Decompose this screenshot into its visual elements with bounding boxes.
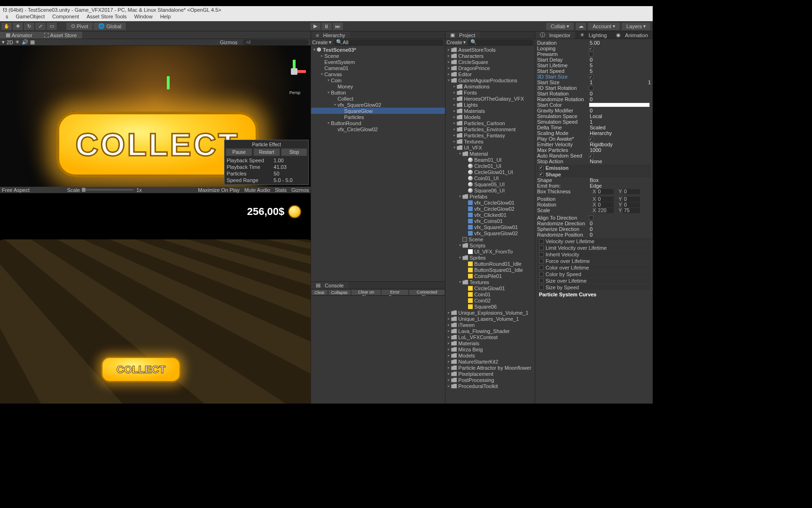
tab-asset-store[interactable]: ⛶ Asset Store [38, 32, 83, 39]
particle-stop-button[interactable]: Stop [281, 148, 308, 156]
property-value[interactable]: Scaled [589, 125, 651, 130]
project-item[interactable]: ▾Prefabs [445, 193, 535, 199]
module-header[interactable]: Inherit Velocity [537, 251, 651, 257]
project-item[interactable]: ▸Characters [445, 53, 535, 59]
hierarchy-item[interactable]: Collect [311, 95, 445, 102]
project-item[interactable]: ▸Unique_Lasers_Volume_1 [445, 316, 535, 322]
inspector-property[interactable]: Start Lifetime5 [537, 63, 651, 68]
hierarchy-search[interactable]: 🔍All [333, 40, 444, 45]
color-swatch[interactable] [589, 103, 650, 107]
light-icon[interactable]: ☀ [15, 39, 20, 45]
project-item[interactable]: Square05_UI [445, 181, 535, 187]
tab-hierarchy[interactable]: ≡ Hierarchy [311, 32, 350, 39]
inspector-property[interactable]: Max Particles1000 [537, 147, 651, 153]
property-value[interactable]: 5.00 [589, 40, 651, 46]
pivot-toggle[interactable]: ⊙Pivot [66, 22, 93, 31]
checkbox[interactable] [589, 86, 593, 90]
project-item[interactable]: Circle01_UI [445, 163, 535, 169]
project-item[interactable]: Square06_UI [445, 187, 535, 193]
project-item[interactable]: Scene [445, 236, 535, 242]
hierarchy-item[interactable]: ▾Canvas [311, 71, 445, 77]
inspector-property[interactable]: Randomize Rotation0 [537, 96, 651, 102]
expand-arrow-icon[interactable]: ▸ [452, 139, 457, 143]
expand-arrow-icon[interactable]: ▾ [458, 243, 462, 247]
expand-arrow-icon[interactable]: ▾ [312, 48, 317, 52]
project-item[interactable]: ▸NatureStarterKit2 [445, 358, 535, 365]
project-item[interactable]: Coin01_UI [445, 175, 535, 181]
inspector-property[interactable]: Simulation SpaceLocal [537, 113, 651, 119]
expand-arrow-icon[interactable]: ▾ [446, 78, 451, 82]
property-value[interactable]: 5 [589, 68, 651, 74]
project-item[interactable]: vfx_Coins01 [445, 218, 535, 224]
hierarchy-item[interactable]: ▸Scene [311, 53, 445, 59]
tab-animator[interactable]: ▦ Animator [0, 32, 38, 39]
expand-arrow-icon[interactable]: ▸ [446, 341, 451, 345]
inspector-property[interactable]: Spherize Direction0 [537, 226, 651, 232]
x-value[interactable]: 220 [597, 208, 614, 213]
module-header[interactable]: Velocity over Lifetime [537, 238, 651, 244]
expand-arrow-icon[interactable]: ▸ [452, 103, 457, 107]
expand-arrow-icon[interactable]: ▸ [446, 365, 451, 370]
property-value[interactable]: 0 [589, 226, 651, 232]
project-item[interactable]: Coin02 [445, 297, 535, 303]
inspector-property[interactable]: 3D Start Rotation [537, 85, 651, 91]
expand-arrow-icon[interactable]: ▸ [320, 54, 324, 58]
transform-y-axis[interactable] [167, 76, 170, 89]
project-item[interactable]: ▸Particle Attractor by Moonflower [445, 365, 535, 371]
particle-pause-button[interactable]: Pause [226, 148, 252, 156]
checkbox[interactable]: ✓ [589, 46, 593, 51]
expand-arrow-icon[interactable]: ▸ [452, 84, 457, 88]
project-item[interactable]: ▸Materials [445, 340, 535, 346]
tab-inspector[interactable]: ⓘ Inspector [535, 32, 575, 39]
inspector-property[interactable]: Scaling ModeHierarchy [537, 130, 651, 136]
expand-arrow-icon[interactable]: ▸ [452, 96, 457, 101]
particle-curves-header[interactable]: Particle System Curves [537, 290, 651, 299]
play-button[interactable]: ▶ [310, 22, 321, 31]
expand-arrow-icon[interactable]: ▸ [452, 127, 457, 131]
console-body[interactable] [311, 296, 445, 404]
property-value[interactable]: 0 [589, 221, 651, 226]
property-value[interactable]: 0 [589, 91, 651, 96]
hierarchy-item[interactable]: vfx_CircleGlow02 [311, 126, 445, 132]
game-view[interactable]: 256,00$ COLLECT [0, 193, 311, 404]
property-value[interactable]: Rigidbody [589, 142, 651, 147]
fx-icon[interactable]: ▦ [30, 39, 35, 45]
x-value[interactable]: 0 [597, 202, 614, 207]
expand-arrow-icon[interactable]: ▾ [452, 145, 457, 150]
inspector-property[interactable]: Box ThicknessX0Y0 [537, 189, 651, 194]
expand-arrow-icon[interactable]: ▸ [446, 48, 451, 52]
inspector-property[interactable]: Emit from:Edge [537, 183, 651, 189]
expand-arrow-icon[interactable]: ▾ [458, 151, 462, 156]
expand-arrow-icon[interactable]: ▾ [333, 103, 337, 107]
move-tool[interactable]: ✥ [12, 22, 23, 31]
x-value[interactable]: 0 [597, 197, 614, 202]
inspector-property[interactable]: Gravity Modifier0 [537, 108, 651, 113]
module-checkbox[interactable] [539, 272, 544, 277]
project-item[interactable]: vfx_SquareGlow01 [445, 224, 535, 230]
module-checkbox[interactable] [539, 278, 544, 283]
tab-project[interactable]: ▣ Project [445, 32, 480, 39]
particle-restart-button[interactable]: Restart [253, 148, 280, 156]
project-item[interactable]: ▸LoL_VFXContest [445, 334, 535, 340]
inspector-property[interactable]: Looping✓ [537, 46, 651, 51]
aspect-dropdown[interactable]: Free Aspect [2, 187, 30, 193]
property-value[interactable]: 0 [589, 57, 651, 63]
y-value[interactable]: 0 [623, 197, 640, 202]
expand-arrow-icon[interactable]: ▾ [326, 90, 331, 95]
project-item[interactable]: CoinsPile01 [445, 273, 535, 279]
expand-arrow-icon[interactable]: ▸ [446, 54, 451, 58]
scene-view[interactable]: COLLECT Persp Particle Effect Pause Rest… [0, 46, 311, 187]
tab-lighting[interactable]: ☀ Lighting [575, 32, 611, 39]
maximize-on-play[interactable]: Maximize On Play [198, 187, 240, 193]
project-item[interactable]: ▸Particles_Environment [445, 126, 535, 132]
expand-arrow-icon[interactable]: ▸ [446, 353, 451, 357]
inspector-property[interactable]: Align To Direction [537, 215, 651, 221]
project-item[interactable]: ▸Models [445, 114, 535, 120]
project-item[interactable]: Square06 [445, 303, 535, 310]
property-value[interactable]: Box [589, 177, 651, 183]
inspector-property[interactable]: Emitter VelocityRigidbody [537, 142, 651, 147]
expand-arrow-icon[interactable]: ▾ [326, 121, 331, 125]
hierarchy-item[interactable]: EventSystem [311, 59, 445, 65]
expand-arrow-icon[interactable]: ▸ [446, 335, 451, 339]
project-item[interactable]: ▸CircleSquare [445, 59, 535, 65]
